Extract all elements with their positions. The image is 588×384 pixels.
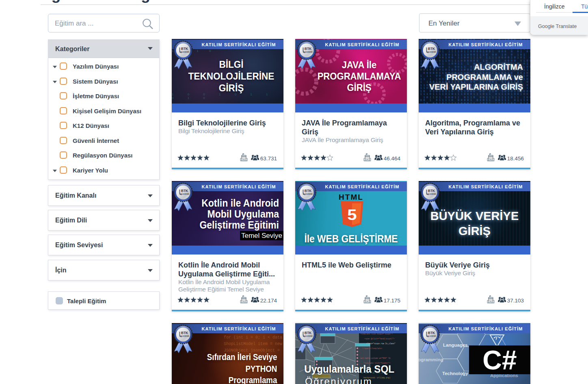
- svg-text:5: 5: [347, 206, 357, 223]
- svg-text:Languages: Languages: [443, 343, 468, 347]
- svg-text:class="scope.row Is_class": class="scope.row Is_class": [366, 343, 396, 345]
- svg-text:</span></template>: </span></template>: [362, 347, 383, 349]
- svg-text:<span @click="hand(scope)">: <span @click="hand(scope)">: [364, 338, 395, 340]
- svg-text:Programming: Programming: [419, 357, 443, 362]
- svg-text:Technology: Technology: [442, 371, 468, 376]
- svg-text:sel-table-column w="564" lb: sel-table-column w="564" lb: [360, 357, 391, 359]
